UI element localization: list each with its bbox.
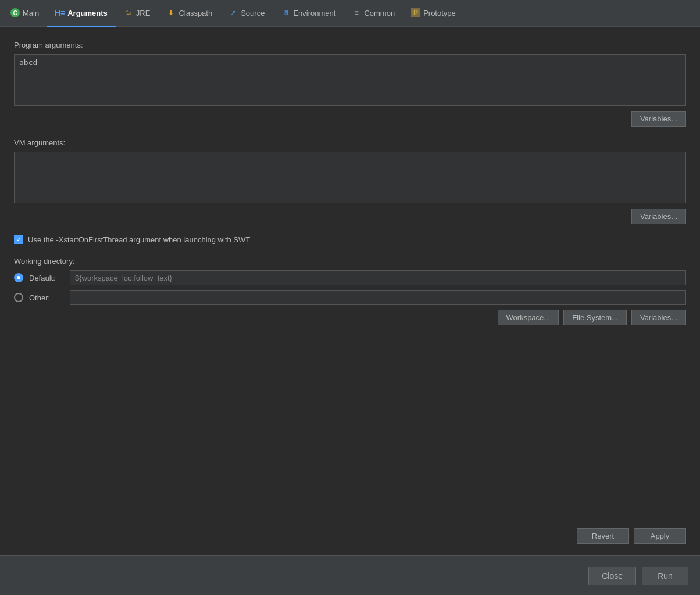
apply-button[interactable]: Apply bbox=[634, 528, 686, 544]
revert-button[interactable]: Revert bbox=[577, 528, 629, 544]
vm-arguments-variables-row: Variables... bbox=[14, 209, 686, 224]
program-arguments-variables-button[interactable]: Variables... bbox=[631, 111, 686, 127]
main-content: Program arguments: abcd Variables... VM … bbox=[0, 27, 700, 555]
tab-bar: C Main H= Arguments 🗂 JRE ⬇ Classpath ↗ … bbox=[0, 0, 700, 27]
other-radio-label: Other: bbox=[29, 293, 64, 302]
wd-variables-button[interactable]: Variables... bbox=[631, 310, 686, 325]
default-radio-label: Default: bbox=[29, 274, 64, 282]
environment-icon: 🖥 bbox=[281, 8, 290, 17]
source-icon: ↗ bbox=[228, 8, 238, 17]
close-button[interactable]: Close bbox=[588, 567, 636, 585]
tab-arguments[interactable]: H= Arguments bbox=[47, 0, 116, 27]
jre-icon: 🗂 bbox=[124, 8, 133, 17]
tab-common[interactable]: ≡ Common bbox=[344, 0, 403, 27]
program-arguments-variables-row: Variables... bbox=[14, 111, 686, 127]
radio-dot bbox=[17, 276, 20, 279]
tab-classpath[interactable]: ⬇ Classpath bbox=[158, 0, 220, 27]
program-arguments-wrapper: abcd bbox=[14, 54, 686, 107]
tab-classpath-label: Classpath bbox=[178, 9, 212, 17]
swt-checkbox-label: Use the -XstartOnFirstThread argument wh… bbox=[28, 235, 250, 244]
tab-source-label: Source bbox=[241, 9, 265, 17]
tab-jre[interactable]: 🗂 JRE bbox=[116, 0, 159, 27]
main-icon: C bbox=[10, 8, 20, 17]
default-directory-row: Default: bbox=[14, 270, 686, 285]
swt-checkbox[interactable]: ✓ bbox=[14, 235, 23, 244]
prototype-icon: P bbox=[411, 8, 420, 17]
working-directory-label: Working directory: bbox=[14, 257, 686, 266]
default-directory-input[interactable] bbox=[70, 270, 686, 285]
default-radio[interactable] bbox=[14, 273, 23, 282]
tab-arguments-label: Arguments bbox=[67, 9, 108, 17]
action-row: Revert Apply bbox=[14, 505, 686, 544]
other-directory-row: Other: bbox=[14, 290, 686, 305]
checkmark-icon: ✓ bbox=[16, 236, 22, 243]
tab-jre-label: JRE bbox=[136, 9, 151, 17]
vm-arguments-variables-button[interactable]: Variables... bbox=[631, 209, 686, 224]
tab-environment-label: Environment bbox=[293, 9, 335, 17]
file-system-button[interactable]: File System... bbox=[563, 310, 627, 325]
other-radio[interactable] bbox=[14, 293, 23, 302]
common-icon: ≡ bbox=[352, 8, 361, 17]
vm-arguments-label: VM arguments: bbox=[14, 138, 686, 147]
arguments-icon: H= bbox=[55, 8, 65, 17]
tab-common-label: Common bbox=[364, 9, 395, 17]
swt-checkbox-row[interactable]: ✓ Use the -XstartOnFirstThread argument … bbox=[14, 235, 686, 244]
tab-environment[interactable]: 🖥 Environment bbox=[273, 0, 344, 27]
vm-arguments-input[interactable] bbox=[14, 152, 686, 203]
program-arguments-input[interactable]: abcd bbox=[14, 54, 686, 106]
tab-prototype-label: Prototype bbox=[423, 9, 456, 17]
classpath-icon: ⬇ bbox=[166, 8, 176, 17]
tab-main-label: Main bbox=[23, 9, 39, 17]
program-arguments-label: Program arguments: bbox=[14, 41, 686, 49]
workspace-button[interactable]: Workspace... bbox=[498, 310, 559, 325]
other-directory-input[interactable] bbox=[70, 290, 686, 305]
footer: Close Run bbox=[0, 555, 700, 595]
tab-prototype[interactable]: P Prototype bbox=[403, 0, 464, 27]
working-directory-section: Working directory: Default: Other: Works… bbox=[14, 255, 686, 325]
tab-source[interactable]: ↗ Source bbox=[220, 0, 273, 27]
tab-main[interactable]: C Main bbox=[2, 0, 47, 27]
working-directory-buttons-row: Workspace... File System... Variables... bbox=[14, 310, 686, 325]
run-button[interactable]: Run bbox=[642, 567, 688, 585]
vm-arguments-wrapper bbox=[14, 152, 686, 205]
